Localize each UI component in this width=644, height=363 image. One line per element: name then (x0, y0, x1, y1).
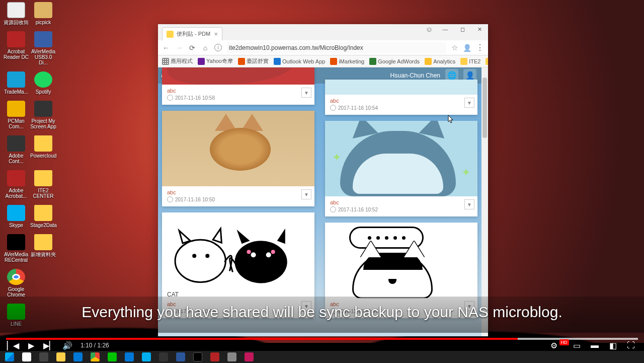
bookmark-favicon (460, 58, 467, 65)
taskbar-app-cloud[interactable] (224, 351, 239, 362)
cards-column-left: abc 2017-11-16 10:58 ▼ abc 2017-11-16 10… (162, 67, 314, 318)
card-menu-button[interactable]: ▼ (301, 189, 311, 199)
desktop-icon[interactable]: Powercloud (30, 135, 56, 164)
chrome-menu-icon[interactable]: ⋮ (476, 43, 484, 52)
trade-icon (7, 71, 25, 88)
card-timestamp: 2017-11-16 10:58 (167, 95, 309, 101)
card-image[interactable] (325, 223, 477, 298)
bookmark-item[interactable]: 臺諾舒實 (238, 57, 269, 65)
browser-tab-active[interactable]: 便利貼 - PDM × (162, 27, 222, 40)
settings-icon[interactable]: ⚙HD (553, 340, 564, 350)
taskbar-app-cmd[interactable] (190, 351, 205, 362)
desktop-icon-label: PCMan Com... (3, 118, 29, 129)
bookmark-item[interactable]: Google AdWords (369, 58, 420, 65)
microblog-card: abc 2017-11-16 10:58 ▼ (162, 67, 314, 105)
bookmark-label: 臺諾舒實 (247, 57, 269, 65)
volume-icon[interactable]: 🔊 (62, 340, 72, 350)
desktop-icon-label: AVerMedia USB3.0 Di... (30, 49, 56, 65)
site-info-icon[interactable]: i (214, 44, 222, 51)
nav-reload-icon[interactable]: ⟳ (188, 44, 196, 52)
bookmark-item[interactable]: Analytics (425, 58, 455, 65)
window-minimize-button[interactable]: — (437, 24, 454, 34)
desktop-icon[interactable]: Project My Screen App (30, 101, 56, 129)
taskbar-app-word[interactable] (173, 351, 188, 362)
header-username: Hsuan-Chun Chen (390, 72, 440, 79)
taskbar-app-files[interactable] (53, 351, 68, 362)
card-menu-button[interactable]: ▼ (301, 88, 311, 98)
taskbar-app-chrome[interactable] (88, 351, 103, 362)
browser-toolbar: ← → ⟳ ⌂ i ☆ 👤 ⋮ (158, 40, 488, 55)
desktop-icon[interactable]: PCMan Com... (3, 101, 29, 129)
window-maximize-button[interactable]: ◻ (454, 24, 471, 34)
scrollbar-thumb[interactable] (482, 78, 487, 138)
svg-point-6 (192, 254, 196, 258)
word-icon (176, 352, 185, 361)
bookmark-item[interactable]: 應用程式 (162, 57, 193, 65)
desktop-icon[interactable]: 資源回收筒 (3, 2, 29, 25)
cast-icon[interactable]: ◧ (608, 340, 618, 350)
card-menu-button[interactable]: ▼ (464, 199, 474, 209)
desktop-icon[interactable]: Google Chrome (3, 269, 29, 298)
bookmark-item[interactable]: iMarketing (330, 58, 364, 65)
bookmark-item[interactable]: ITE2 (460, 58, 480, 65)
microblog-card: abc 2017-11-16 10:50 ▼ (162, 111, 314, 206)
proj-icon (34, 101, 52, 117)
taskbar-app-gallery[interactable] (156, 351, 171, 362)
taskbar-app-tasks[interactable] (36, 351, 51, 362)
skype-icon (7, 205, 25, 221)
nav-forward-icon[interactable]: → (175, 44, 183, 52)
taskbar-app-search[interactable] (19, 351, 34, 362)
play-button[interactable]: ▶ (26, 340, 36, 350)
window-close-button[interactable]: ✕ (471, 24, 488, 34)
card-image[interactable] (162, 111, 314, 186)
taskbar-app-edge[interactable] (122, 351, 137, 362)
desktop-icon[interactable]: ITE2 CENTER (30, 170, 56, 199)
bookmark-item[interactable]: 銷售 (486, 57, 488, 65)
tab-close-icon[interactable]: × (214, 30, 218, 38)
address-bar[interactable] (227, 42, 446, 53)
desktop-icon[interactable]: Acrobat Reader DC (3, 31, 29, 65)
bookmark-item[interactable]: Outlook Web App (274, 58, 325, 65)
vertical-scrollbar[interactable] (481, 67, 488, 336)
desktop-icon[interactable]: picpick (30, 2, 56, 25)
next-button[interactable]: ▶▏ (44, 340, 54, 350)
desktop-icon[interactable]: Stage2Data (30, 205, 56, 228)
nav-back-icon[interactable]: ← (162, 44, 170, 52)
card-timestamp: 2017-11-16 10:50 (167, 196, 309, 202)
user-icon[interactable]: 👤 (463, 44, 471, 52)
desktop-icon[interactable]: AVerMedia RECentral (3, 234, 29, 263)
edge-icon (125, 352, 134, 361)
taskbar-app-store[interactable] (70, 351, 86, 362)
card-timestamp: 2017-11-16 10:54 (330, 105, 472, 111)
taskbar-app-pin[interactable] (242, 351, 257, 362)
taskbar-app-start[interactable] (2, 351, 17, 362)
taskbar-app-skype[interactable] (139, 351, 154, 362)
desktop-icon[interactable]: Adobe Acrobat... (3, 170, 29, 199)
card-image[interactable] (325, 80, 477, 95)
svg-point-2 (251, 252, 256, 257)
taskbar-app-pdf[interactable] (207, 351, 222, 362)
desktop-icon[interactable]: 新增資料夾 (30, 234, 56, 263)
bookmark-star-icon[interactable]: ☆ (451, 43, 458, 52)
miniplayer-icon[interactable]: ▭ (572, 340, 582, 350)
card-menu-button[interactable]: ▼ (464, 98, 474, 108)
desktop-icon[interactable]: TradeMa... (3, 71, 29, 95)
cmd-icon (193, 352, 202, 361)
desktop-icon[interactable]: Adobe Cont... (3, 135, 29, 164)
pdf-icon (7, 170, 25, 186)
card-image[interactable] (162, 67, 314, 85)
desktop-icon-label: Google Chrome (3, 286, 29, 298)
prev-button[interactable]: ▏◀ (8, 340, 18, 350)
chrome-profile-icon[interactable]: ☺ (422, 24, 437, 34)
nav-home-icon[interactable]: ⌂ (201, 44, 209, 52)
desktop-icon[interactable]: AVerMedia USB3.0 Di... (30, 31, 56, 65)
taskbar-app-line[interactable] (105, 351, 120, 362)
bookmark-item[interactable]: Yahoo奇摩 (198, 57, 233, 65)
card-image[interactable] (162, 212, 314, 288)
fullscreen-icon[interactable]: ⛶ (626, 340, 636, 350)
bookmark-label: Outlook Web App (282, 58, 325, 64)
desktop-icon[interactable]: Spotify (30, 71, 56, 95)
theater-icon[interactable]: ▬ (590, 340, 600, 350)
card-image[interactable]: ✦✦ (325, 121, 477, 196)
desktop-icon[interactable]: Skype (3, 205, 29, 228)
